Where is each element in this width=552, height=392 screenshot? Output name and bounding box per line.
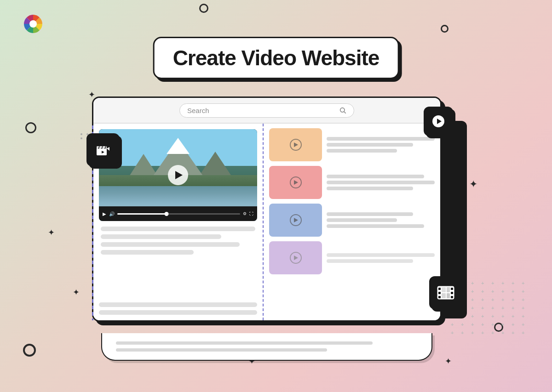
info-line-1b [327, 143, 413, 147]
thumb-play-3 [290, 214, 302, 226]
list-item[interactable] [269, 166, 435, 199]
video-thumbnail-purple[interactable] [269, 241, 322, 274]
svg-rect-18 [438, 292, 441, 294]
video-camera-icon [95, 142, 111, 158]
deco-circle-3 [25, 122, 36, 133]
bottom-line-2 [99, 310, 257, 315]
deco-circle-1 [199, 4, 208, 13]
thumb-play-icon-1 [294, 142, 298, 147]
info-line-2c [327, 187, 413, 190]
info-line-1a [327, 137, 435, 141]
settings-icon[interactable]: ⚙ [243, 211, 247, 216]
video-info-2 [327, 175, 435, 190]
desc-line-1 [101, 227, 255, 231]
play-ctrl-icon[interactable]: ▶ [103, 211, 106, 216]
info-line-3b [327, 218, 397, 222]
info-line-4b [327, 259, 413, 263]
thumb-play-icon-2 [294, 180, 298, 185]
progress-fill [117, 213, 167, 215]
fullscreen-icon[interactable]: ⛶ [249, 211, 253, 216]
video-thumbnail-orange[interactable] [269, 128, 322, 161]
info-line-2a [327, 175, 424, 178]
thumb-play-1 [290, 139, 302, 151]
float-box-play-button[interactable] [424, 107, 453, 136]
svg-rect-23 [442, 287, 446, 292]
info-line-4a [327, 253, 435, 257]
play-button-large[interactable] [168, 165, 188, 185]
search-placeholder: Search [187, 107, 335, 114]
info-line-3a [327, 212, 413, 216]
deco-star-4: ✦ [48, 227, 55, 238]
list-item[interactable] [269, 204, 435, 237]
svg-point-2 [340, 108, 345, 112]
svg-rect-25 [442, 293, 446, 298]
svg-line-3 [344, 112, 346, 114]
search-bar[interactable]: Search [179, 103, 354, 118]
svg-rect-20 [451, 288, 453, 290]
svg-rect-21 [451, 292, 453, 294]
main-title-box: Create Video Website [153, 37, 399, 79]
deco-star-5: ✦ [73, 287, 80, 297]
list-item[interactable] [269, 241, 435, 274]
svg-rect-24 [447, 287, 450, 292]
video-player[interactable]: ▶ 🔊 ⚙ ⛶ [99, 129, 257, 221]
paper-scroll [101, 333, 432, 361]
deco-star-8: ✦ [469, 178, 477, 190]
video-description [99, 226, 257, 256]
scroll-line-1 [116, 341, 373, 345]
search-icon [339, 107, 346, 114]
list-item[interactable] [269, 128, 435, 161]
float-box-video-camera [86, 133, 120, 166]
browser-mockup: Search [92, 97, 442, 322]
info-line-1c [327, 149, 397, 153]
video-thumbnail-pink[interactable] [269, 166, 322, 199]
deco-circle-4 [23, 344, 36, 357]
play-circle-icon [431, 114, 445, 128]
video-list-section [264, 124, 440, 320]
scroll-line-2 [116, 348, 327, 352]
svg-rect-19 [438, 296, 441, 298]
bottom-lines [99, 302, 257, 315]
thumb-play-2 [290, 176, 302, 188]
svg-point-1 [29, 20, 37, 28]
svg-rect-26 [447, 293, 450, 298]
video-thumbnail-blue[interactable] [269, 204, 322, 237]
info-line-2b [327, 181, 435, 184]
browser-topbar: Search [93, 98, 440, 124]
play-triangle-icon [175, 171, 183, 179]
deco-circle-2 [441, 25, 448, 33]
thumb-play-4 [290, 252, 302, 264]
bottom-line-1 [99, 302, 257, 307]
svg-marker-12 [107, 147, 109, 151]
video-controls: ▶ 🔊 ⚙ ⛶ [99, 206, 257, 221]
desc-line-4 [101, 250, 194, 255]
thumb-play-icon-3 [294, 218, 298, 222]
float-box-film-strip [429, 276, 462, 309]
logo [22, 13, 44, 35]
progress-bar[interactable] [117, 213, 240, 215]
mountain-snow [167, 138, 190, 154]
video-info-4 [327, 253, 435, 263]
svg-rect-17 [438, 288, 441, 290]
svg-rect-22 [451, 296, 453, 298]
browser-content: ▶ 🔊 ⚙ ⛶ [93, 124, 440, 320]
video-info-3 [327, 212, 435, 228]
main-title: Create Video Website [173, 46, 380, 70]
volume-icon[interactable]: 🔊 [109, 211, 115, 216]
progress-dot [164, 212, 168, 216]
desc-line-2 [101, 234, 221, 239]
thumb-play-icon-4 [294, 256, 298, 260]
deco-star-7: ✦ [445, 356, 452, 366]
film-strip-icon [437, 284, 455, 301]
info-line-3c [327, 224, 424, 228]
video-info-1 [327, 137, 435, 153]
desc-line-3 [101, 242, 240, 247]
